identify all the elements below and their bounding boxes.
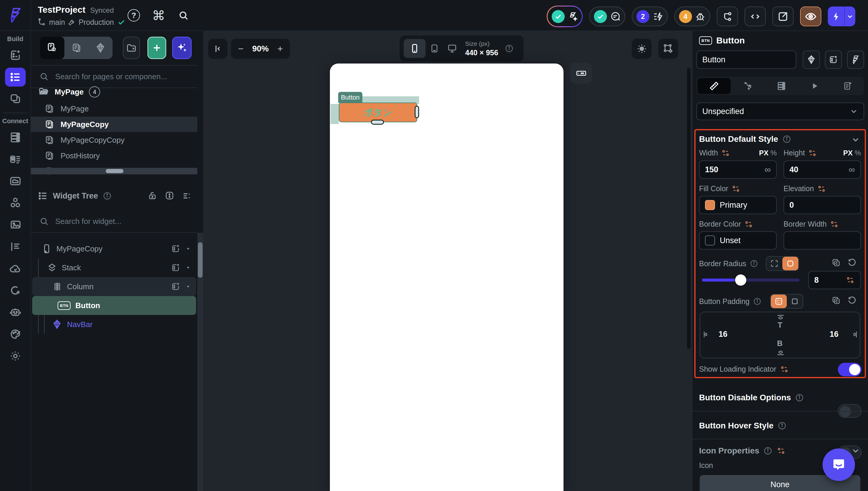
device-desktop-button[interactable] bbox=[443, 44, 461, 54]
rail-item-add-page[interactable] bbox=[5, 46, 26, 65]
set-from-variable-icon[interactable] bbox=[776, 447, 786, 455]
info-icon[interactable] bbox=[778, 421, 786, 430]
widget-name-input[interactable] bbox=[702, 55, 790, 64]
add-folder-button[interactable] bbox=[123, 37, 140, 59]
wrap-widget-button[interactable] bbox=[825, 51, 842, 69]
export-button[interactable] bbox=[772, 6, 794, 26]
padding-right-value[interactable]: 16 bbox=[830, 330, 838, 339]
fill-color-field[interactable]: Primary bbox=[699, 196, 777, 214]
info-icon[interactable] bbox=[103, 192, 112, 200]
seg-pages-and-components[interactable] bbox=[40, 37, 64, 59]
ai-generate-page-button[interactable] bbox=[172, 37, 192, 59]
rail-item-database[interactable] bbox=[5, 128, 26, 147]
loading-indicator-toggle[interactable] bbox=[838, 363, 862, 376]
device-phone-button[interactable] bbox=[404, 39, 426, 58]
tab-documentation[interactable] bbox=[831, 77, 864, 95]
seg-components-only[interactable] bbox=[88, 37, 113, 59]
tree-node-button[interactable]: BTN Button bbox=[32, 296, 196, 315]
radius-uniform-option[interactable] bbox=[782, 257, 798, 270]
padding-uniform-option[interactable] bbox=[787, 294, 803, 308]
command-menu-button[interactable]: ⌘ bbox=[150, 7, 167, 24]
run-button[interactable] bbox=[828, 6, 855, 26]
tab-actions[interactable] bbox=[798, 77, 831, 95]
icon-properties-chevron[interactable] bbox=[851, 446, 860, 456]
radius-per-corner-option[interactable] bbox=[767, 257, 782, 270]
widget-name-field[interactable] bbox=[696, 51, 796, 69]
tree-node-navbar[interactable]: NavBar bbox=[32, 315, 196, 334]
page-row-mypagecopy[interactable]: MyPageCopy bbox=[31, 117, 197, 132]
set-from-variable-icon[interactable] bbox=[744, 220, 753, 228]
icon-properties-row[interactable]: Icon Properties bbox=[699, 446, 786, 456]
add-widget-icon[interactable] bbox=[171, 263, 181, 273]
tab-properties[interactable] bbox=[697, 78, 731, 94]
zoom-out-button[interactable]: − bbox=[238, 44, 244, 54]
tree-scrollbar-thumb[interactable] bbox=[198, 242, 203, 278]
rail-item-theme[interactable] bbox=[5, 325, 26, 344]
caret-down-icon[interactable] bbox=[185, 264, 191, 271]
rail-item-data-types[interactable] bbox=[5, 150, 26, 169]
border-width-field[interactable] bbox=[783, 231, 861, 250]
border-color-field[interactable]: Unset bbox=[699, 231, 777, 250]
scrollbar-thumb[interactable] bbox=[106, 169, 123, 173]
info-icon[interactable] bbox=[753, 297, 761, 306]
padding-top-icon[interactable] bbox=[776, 314, 785, 321]
set-from-variable-icon[interactable] bbox=[731, 185, 741, 193]
padding-bottom-icon[interactable] bbox=[776, 349, 785, 356]
radius-slider-track[interactable] bbox=[702, 279, 800, 282]
environment-name[interactable]: Production bbox=[79, 18, 114, 27]
canvas-scrollbar[interactable] bbox=[687, 68, 690, 349]
tree-node-mypagecopy[interactable]: MyPageCopy bbox=[32, 239, 196, 258]
border-color-swatch[interactable] bbox=[705, 235, 715, 246]
add-page-button[interactable] bbox=[147, 37, 166, 59]
rail-item-components[interactable] bbox=[5, 89, 26, 109]
info-icon[interactable] bbox=[505, 44, 514, 53]
widget-search-input[interactable] bbox=[55, 217, 179, 226]
preview-button[interactable] bbox=[800, 6, 821, 26]
reset-icon[interactable] bbox=[847, 258, 857, 267]
phone-preview-frame[interactable] bbox=[330, 63, 564, 491]
rail-item-cloud-functions[interactable] bbox=[5, 259, 26, 278]
help-button[interactable]: ? bbox=[125, 7, 142, 24]
global-search-button[interactable] bbox=[175, 7, 192, 24]
shortcuts-float-button[interactable] bbox=[570, 63, 592, 84]
add-widget-icon[interactable] bbox=[171, 282, 181, 292]
padding-top-label[interactable]: T bbox=[778, 321, 782, 330]
fill-color-swatch[interactable] bbox=[705, 200, 715, 210]
support-chat-button[interactable] bbox=[822, 449, 855, 481]
size-value[interactable]: 440 × 956 bbox=[465, 49, 498, 57]
rail-item-settings[interactable] bbox=[5, 347, 26, 366]
sort-filter-icon[interactable] bbox=[182, 191, 192, 201]
padding-right-icon[interactable] bbox=[852, 330, 858, 339]
copy-icon[interactable] bbox=[831, 258, 841, 267]
infinity-icon[interactable]: ∞ bbox=[765, 165, 771, 175]
copy-icon[interactable] bbox=[831, 296, 841, 305]
page-row-mypagecopycopy[interactable]: MyPageCopyCopy bbox=[31, 132, 197, 148]
branching-button[interactable] bbox=[717, 6, 738, 26]
tab-interactions[interactable] bbox=[732, 77, 765, 95]
set-from-variable-icon[interactable] bbox=[808, 149, 817, 157]
canvas-settings-button[interactable] bbox=[658, 39, 678, 59]
ai-review-button[interactable] bbox=[547, 6, 583, 27]
section-header[interactable]: Button Default Style bbox=[699, 135, 791, 144]
branch-name[interactable]: main bbox=[49, 18, 65, 27]
height-unit-toggle[interactable]: PX % bbox=[843, 149, 861, 157]
tree-scrollbar-track[interactable] bbox=[197, 233, 203, 491]
add-widget-icon[interactable] bbox=[171, 244, 181, 254]
info-icon[interactable] bbox=[750, 259, 758, 268]
width-unit-toggle[interactable]: PX % bbox=[759, 149, 777, 157]
resize-handle-right[interactable] bbox=[415, 106, 419, 118]
tab-data[interactable] bbox=[765, 77, 798, 95]
caret-down-icon[interactable] bbox=[185, 246, 191, 252]
run-options-dropdown[interactable] bbox=[844, 6, 855, 26]
width-input[interactable] bbox=[705, 165, 765, 174]
set-from-variable-icon[interactable] bbox=[830, 220, 839, 228]
rail-item-storage[interactable] bbox=[5, 172, 26, 191]
reset-icon[interactable] bbox=[847, 296, 857, 305]
canvas-button-widget[interactable]: ボタン bbox=[339, 103, 417, 122]
flutterflow-logo-icon[interactable] bbox=[0, 0, 31, 30]
ff-ai-transform-button[interactable] bbox=[847, 51, 864, 69]
page-row-posthistory[interactable]: PostHistory bbox=[31, 148, 197, 163]
zoom-in-button[interactable]: + bbox=[277, 44, 283, 54]
padding-left-icon[interactable] bbox=[702, 330, 708, 339]
issues-button[interactable]: 4 bbox=[674, 6, 710, 26]
